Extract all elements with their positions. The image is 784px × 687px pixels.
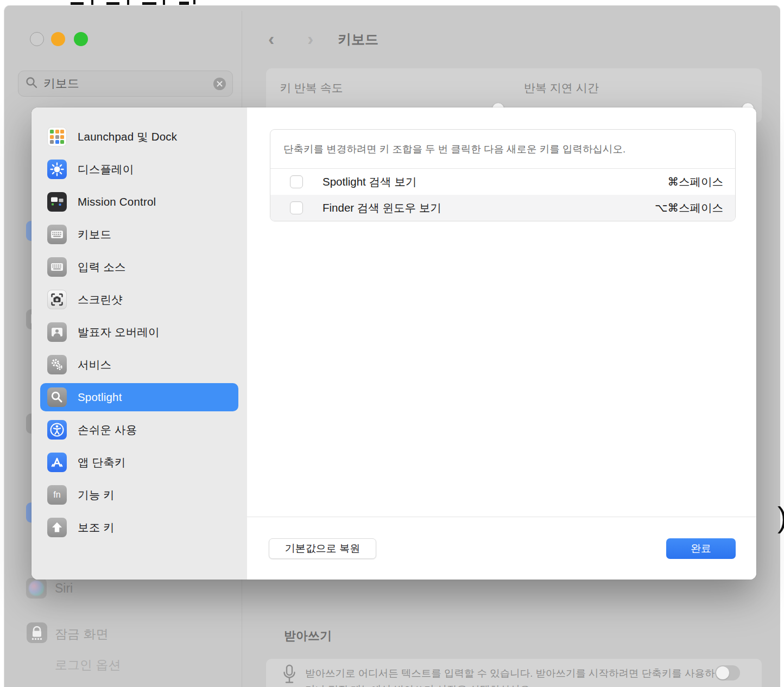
page-title: 키보드 [338, 30, 378, 48]
presenter-overlay-icon [47, 322, 67, 342]
forward-button[interactable]: › [307, 28, 313, 49]
sidebar-item-keyboard[interactable]: 키보드 [31, 218, 247, 251]
sidebar-item-services[interactable]: 서비스 [31, 348, 247, 381]
key-repeat-rate-label: 키 반복 속도 [280, 80, 343, 96]
sidebar-item-login-options[interactable]: 로그인 옵션 [55, 657, 121, 673]
zoom-button[interactable] [74, 32, 88, 46]
shortcut-row-finder-search[interactable]: Finder 검색 윈도우 보기 ⌥⌘스페이스 [270, 195, 735, 221]
sidebar-item-spotlight[interactable]: Spotlight [40, 383, 238, 411]
sidebar-item-modifier-keys[interactable]: 보조 키 [31, 511, 247, 544]
modifier-keys-icon [47, 518, 67, 537]
shortcut-keys[interactable]: ⌘스페이스 [668, 174, 724, 189]
spotlight-search-checkbox[interactable] [290, 175, 303, 188]
close-button[interactable] [30, 32, 44, 46]
keyboard-icon [47, 225, 67, 244]
app-shortcuts-icon [47, 453, 67, 472]
mission-control-icon [47, 192, 67, 212]
search-input[interactable]: 키보드 [18, 71, 233, 97]
sidebar-item-function-keys[interactable]: fn 기능 키 [31, 479, 247, 511]
search-value: 키보드 [43, 75, 208, 92]
sidebar-item-accessibility[interactable]: 손쉬운 사용 [31, 414, 247, 446]
dictation-card: 받아쓰기로 어디서든 텍스트를 입력할 수 있습니다. 받아쓰기를 시작하려면 … [266, 659, 762, 687]
sidebar-item-lock-screen[interactable]: 잠금 화면 [55, 626, 108, 643]
clipped-top-text [0, 0, 784, 5]
accessibility-icon [47, 420, 67, 440]
sidebar-item-screenshots[interactable]: 스크린샷 [31, 283, 247, 316]
clear-search-icon[interactable] [213, 78, 226, 90]
repeat-delay-label: 반복 지연 시간 [524, 80, 599, 96]
sidebar-item-app-shortcuts[interactable]: 앱 단축키 [31, 446, 247, 479]
finder-search-checkbox[interactable] [290, 201, 303, 214]
shortcut-categories-sidebar: Launchpad 및 Dock 디스플레이 [31, 107, 247, 580]
minimize-button[interactable] [51, 32, 65, 46]
back-button[interactable]: ‹ [268, 28, 274, 49]
shortcut-settings-pane: 단축키를 변경하려면 키 조합을 두 번 클릭한 다음 새로운 키를 입력하십시… [247, 107, 756, 580]
page-margin-right [780, 0, 784, 687]
shortcut-group-box: 단축키를 변경하려면 키 조합을 두 번 클릭한 다음 새로운 키를 입력하십시… [270, 129, 736, 221]
keyboard-shortcuts-modal: Launchpad 및 Dock 디스플레이 [31, 107, 756, 580]
restore-defaults-button[interactable]: 기본값으로 복원 [269, 538, 376, 559]
footer-divider [247, 517, 756, 517]
input-sources-icon [47, 257, 67, 277]
screen: 키보드 ‹ › 키보드 키 반복 속도 반복 지연 시간 Siri [0, 0, 784, 687]
display-icon [47, 160, 67, 179]
shortcut-row-spotlight-search[interactable]: Spotlight 검색 보기 ⌘스페이스 [270, 169, 735, 195]
microphone-icon [282, 664, 296, 687]
sidebar-item-siri[interactable]: Siri [55, 581, 73, 596]
dictation-heading: 받아쓰기 [284, 628, 332, 644]
launchpad-icon [47, 127, 67, 147]
sidebar-item-launchpad-dock[interactable]: Launchpad 및 Dock [31, 120, 247, 153]
shortcut-keys[interactable]: ⌥⌘스페이스 [655, 200, 723, 215]
sidebar-item-displays[interactable]: 디스플레이 [31, 153, 247, 186]
shortcut-instruction: 단축키를 변경하려면 키 조합을 두 번 클릭한 다음 새로운 키를 입력하십시… [270, 130, 735, 169]
clipped-paren-text: ) [777, 500, 784, 534]
siri-icon [26, 578, 47, 599]
done-button[interactable]: 완료 [666, 538, 736, 559]
lock-screen-icon [27, 622, 47, 643]
services-icon [47, 355, 67, 374]
sidebar-item-input-sources[interactable]: 입력 소스 [31, 251, 247, 283]
fn-icon: fn [47, 485, 67, 505]
dictation-toggle[interactable] [715, 665, 740, 680]
sidebar-item-mission-control[interactable]: Mission Control [31, 186, 247, 218]
search-icon [25, 76, 38, 91]
spotlight-icon [47, 387, 67, 407]
sidebar-item-presenter-overlay[interactable]: 발표자 오버레이 [31, 316, 247, 348]
dictation-description: 받아쓰기로 어디서든 텍스트를 입력할 수 있습니다. 받아쓰기를 시작하려면 … [305, 665, 723, 687]
screenshot-icon [47, 290, 67, 309]
